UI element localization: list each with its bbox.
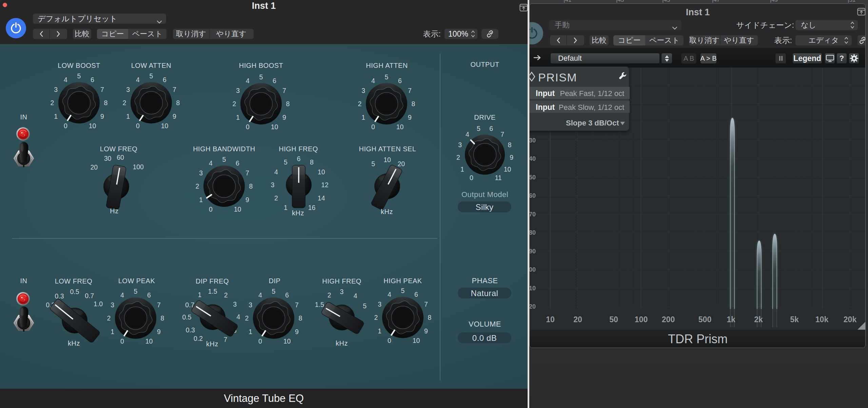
svg-text:0.5: 0.5 xyxy=(70,288,79,295)
svg-text:3: 3 xyxy=(458,141,462,149)
svg-text:DIP: DIP xyxy=(269,277,281,285)
svg-text:4: 4 xyxy=(246,77,250,84)
svg-text:12: 12 xyxy=(321,181,329,189)
svg-text:50: 50 xyxy=(609,315,618,324)
svg-text:7: 7 xyxy=(424,300,428,308)
svg-text:9: 9 xyxy=(424,327,428,335)
svg-text:kHz: kHz xyxy=(68,339,80,347)
svg-text:0: 0 xyxy=(209,206,213,213)
svg-text:8: 8 xyxy=(412,100,415,108)
svg-text:-120: -120 xyxy=(530,303,536,310)
svg-text:9: 9 xyxy=(173,113,176,120)
svg-text:5: 5 xyxy=(272,288,276,295)
svg-text:10: 10 xyxy=(318,168,325,176)
svg-text:3: 3 xyxy=(271,181,275,189)
svg-text:4: 4 xyxy=(466,131,469,138)
svg-text:3: 3 xyxy=(199,169,203,177)
svg-text:0: 0 xyxy=(120,337,124,345)
svg-text:0: 0 xyxy=(258,337,262,345)
svg-text:IN: IN xyxy=(20,113,27,121)
svg-text:30: 30 xyxy=(104,155,112,162)
svg-text:10: 10 xyxy=(234,206,241,213)
svg-text:10: 10 xyxy=(413,337,420,344)
svg-text:10: 10 xyxy=(396,123,404,131)
svg-text:10: 10 xyxy=(271,123,278,131)
svg-text:8: 8 xyxy=(310,158,314,166)
svg-text:-70: -70 xyxy=(530,211,536,218)
svg-text:1: 1 xyxy=(54,113,58,120)
svg-text:4: 4 xyxy=(209,159,213,167)
svg-text:4: 4 xyxy=(258,291,262,299)
svg-text:5: 5 xyxy=(401,287,405,294)
svg-text:-110: -110 xyxy=(530,285,536,292)
svg-text:0: 0 xyxy=(388,337,391,344)
svg-text:8: 8 xyxy=(161,314,164,322)
svg-text:3: 3 xyxy=(340,288,344,295)
svg-text:OUTPUT: OUTPUT xyxy=(470,61,499,68)
svg-text:-60: -60 xyxy=(530,192,536,199)
svg-text:7: 7 xyxy=(100,86,104,93)
svg-text:VOLUME: VOLUME xyxy=(469,320,501,328)
svg-text:5: 5 xyxy=(150,72,153,80)
svg-text:4: 4 xyxy=(237,313,240,320)
svg-text:LOW PEAK: LOW PEAK xyxy=(118,277,155,285)
svg-text:7: 7 xyxy=(224,336,228,343)
svg-text:200: 200 xyxy=(662,315,675,324)
svg-text:9: 9 xyxy=(408,114,412,121)
svg-text:Hz: Hz xyxy=(110,207,118,215)
svg-text:9: 9 xyxy=(510,154,513,161)
svg-text:HIGH BOOST: HIGH BOOST xyxy=(239,62,283,69)
svg-text:16: 16 xyxy=(308,204,316,211)
svg-text:2: 2 xyxy=(245,314,249,322)
svg-text:Output Model: Output Model xyxy=(461,190,508,199)
svg-text:5k: 5k xyxy=(790,315,799,324)
svg-text:100: 100 xyxy=(133,163,144,171)
svg-text:20: 20 xyxy=(573,315,582,324)
svg-text:kHz: kHz xyxy=(206,340,218,348)
svg-text:8: 8 xyxy=(104,99,108,106)
svg-text:2: 2 xyxy=(456,154,460,161)
svg-text:PHASE: PHASE xyxy=(472,276,498,285)
svg-text:10: 10 xyxy=(145,337,153,345)
svg-text:LOW FREQ: LOW FREQ xyxy=(100,145,138,153)
svg-text:10: 10 xyxy=(504,166,511,173)
svg-text:1: 1 xyxy=(361,114,365,121)
svg-text:4: 4 xyxy=(371,77,375,84)
svg-text:2: 2 xyxy=(107,314,111,322)
svg-text:20k: 20k xyxy=(844,315,857,324)
svg-text:1: 1 xyxy=(284,204,288,211)
svg-text:4: 4 xyxy=(354,292,357,299)
svg-text:4: 4 xyxy=(120,291,124,299)
svg-text:6: 6 xyxy=(273,77,276,84)
svg-text:6: 6 xyxy=(414,291,418,298)
svg-text:0.0 dB: 0.0 dB xyxy=(472,333,497,343)
svg-text:LOW ATTEN: LOW ATTEN xyxy=(131,62,172,69)
svg-text:8: 8 xyxy=(299,314,302,322)
svg-text:2: 2 xyxy=(233,100,236,108)
svg-text:5: 5 xyxy=(363,302,367,310)
svg-text:100: 100 xyxy=(635,315,648,324)
svg-text:0: 0 xyxy=(64,122,67,130)
svg-text:9: 9 xyxy=(157,328,161,335)
svg-text:6: 6 xyxy=(285,291,289,299)
svg-text:0: 0 xyxy=(246,123,250,131)
svg-text:3: 3 xyxy=(54,86,58,93)
svg-text:9: 9 xyxy=(100,113,104,120)
svg-text:0.3: 0.3 xyxy=(55,292,64,300)
svg-text:-80: -80 xyxy=(530,229,536,236)
svg-text:5: 5 xyxy=(477,125,480,132)
svg-text:1.5: 1.5 xyxy=(208,288,217,295)
svg-text:-90: -90 xyxy=(530,248,536,255)
svg-text:2: 2 xyxy=(274,194,278,202)
svg-text:5: 5 xyxy=(222,156,226,163)
svg-text:7: 7 xyxy=(245,169,249,177)
svg-text:3: 3 xyxy=(249,301,252,309)
svg-text:5: 5 xyxy=(134,288,138,295)
svg-text:8: 8 xyxy=(508,141,512,149)
svg-text:7: 7 xyxy=(408,87,412,94)
svg-text:0.7: 0.7 xyxy=(85,292,94,299)
svg-text:HIGH BANDWIDTH: HIGH BANDWIDTH xyxy=(193,145,255,153)
svg-text:3: 3 xyxy=(378,300,381,308)
svg-text:5: 5 xyxy=(284,158,288,166)
svg-text:1: 1 xyxy=(378,327,381,335)
